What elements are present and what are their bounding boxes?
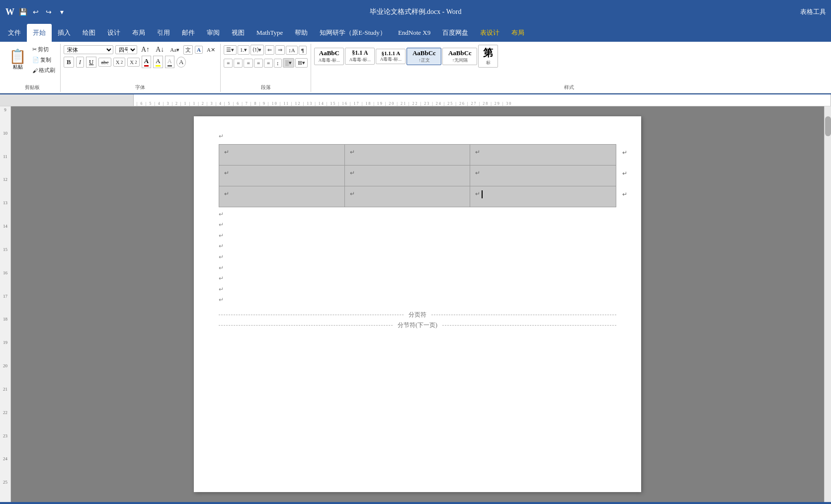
ruler-left-margin: [0, 94, 133, 106]
borders-button[interactable]: ⊞▾: [295, 58, 308, 68]
tab-endnote[interactable]: EndNote X9: [392, 24, 436, 42]
subscript-button[interactable]: X2: [113, 58, 126, 67]
decrease-font-size-button[interactable]: A↓: [154, 45, 166, 55]
word-table[interactable]: [219, 144, 616, 207]
table-cell-2-3[interactable]: [470, 165, 616, 186]
font-name-select[interactable]: 宋体: [64, 45, 113, 54]
document-page[interactable]: ↵: [194, 116, 641, 492]
tab-draw[interactable]: 绘图: [77, 24, 101, 42]
table-cell-1-3[interactable]: [470, 144, 616, 165]
text-shade-button[interactable]: A: [165, 56, 174, 68]
table-cell-2-2[interactable]: [344, 165, 470, 186]
multilevel-list-button[interactable]: ⑴▾: [250, 45, 264, 55]
text-cursor: [482, 190, 483, 198]
ruler-num-10: 10: [3, 130, 7, 153]
bullet-list-button[interactable]: ☰▾: [224, 45, 237, 55]
format-painter-button[interactable]: 🖌 格式刷: [30, 66, 57, 75]
table-tools-label: 表格工具: [800, 7, 826, 16]
clipboard-small-buttons: ✂ 剪切 📄 复制 🖌 格式刷: [30, 45, 57, 75]
customize-icon[interactable]: ▾: [57, 7, 67, 17]
paste-button[interactable]: 📋 粘贴: [7, 49, 28, 72]
show-formatting-button[interactable]: ¶: [299, 46, 307, 55]
tab-layout[interactable]: 布局: [126, 24, 151, 42]
line-spacing-button[interactable]: ↕: [274, 59, 282, 68]
italic-button[interactable]: I: [76, 57, 84, 68]
align-left-button[interactable]: ≡: [224, 59, 233, 68]
change-case-button[interactable]: Aa▾: [168, 46, 181, 54]
table-cell-1-2[interactable]: [344, 144, 470, 165]
ruler-area: | 6 | 5 | 4 | 3 | 2 | 1 | 1 | 2 | 3 | 4 …: [0, 94, 831, 106]
table-cell-1-1[interactable]: [219, 144, 345, 165]
cut-button[interactable]: ✂ 剪切: [30, 45, 57, 54]
style-card-nospacing[interactable]: AaBbCc ↑无间隔: [442, 48, 477, 65]
numbered-list-button[interactable]: 1.▾: [238, 45, 249, 55]
cut-icon: ✂: [32, 46, 37, 53]
left-ruler: 9 10 11 12 13 14 15 16 17 18 19 20 21 22…: [0, 106, 11, 502]
styles-group: AaBbC A毒毒-标... §1.1 A A毒毒-标... §1.1.1 A …: [311, 44, 827, 92]
increase-indent-button[interactable]: ⇒: [275, 45, 285, 55]
text-effects-button[interactable]: A: [195, 46, 203, 54]
clear-format-button[interactable]: A✕: [205, 46, 217, 54]
tab-view[interactable]: 视图: [226, 24, 250, 42]
para-mark-5: ↵: [219, 252, 616, 263]
strikethrough-button[interactable]: abc: [98, 58, 111, 67]
shading-button[interactable]: ░▾: [283, 58, 295, 68]
ribbon: 文件 开始 插入 绘图 设计 布局 引用 邮件 审阅 视图 MathType 帮…: [0, 24, 831, 42]
highlight-color-button[interactable]: A: [153, 56, 163, 68]
tab-design[interactable]: 设计: [101, 24, 126, 42]
table-cell-3-2[interactable]: [344, 186, 470, 207]
style-card-heading11[interactable]: §1.1.1 A A毒毒-标...: [376, 49, 406, 64]
title-bar: W 💾 ↩ ↪ ▾ 毕业论文格式样例.docx - Word 表格工具: [0, 0, 831, 24]
table-cell-3-1[interactable]: [219, 186, 345, 207]
bold-button[interactable]: B: [64, 57, 74, 68]
tab-zhiwang[interactable]: 知网研学（原E-Study）: [314, 24, 392, 42]
redo-icon[interactable]: ↪: [44, 7, 54, 17]
tab-references[interactable]: 引用: [151, 24, 176, 42]
font-size-select[interactable]: 四号: [115, 45, 137, 54]
style-card-heading1[interactable]: §1.1 A A毒毒-标...: [345, 48, 375, 65]
align-right-button[interactable]: ≡: [244, 59, 252, 68]
tab-file[interactable]: 文件: [2, 24, 27, 42]
align-center-button[interactable]: ≡: [234, 59, 243, 68]
undo-icon[interactable]: ↩: [31, 7, 41, 17]
table-cell-2-1[interactable]: [219, 165, 345, 186]
style-card-heading-big[interactable]: 第 标: [478, 45, 498, 68]
tab-tabledesign[interactable]: 表设计: [474, 24, 505, 42]
font-color-button[interactable]: A: [142, 56, 151, 68]
para-mark-top: ↵: [219, 131, 616, 142]
right-scrollbar[interactable]: [824, 106, 831, 502]
ruler-num-20: 20: [3, 362, 7, 386]
table-row-1: [219, 144, 616, 165]
ruler-num-19: 19: [3, 339, 7, 362]
document-area[interactable]: ↵: [11, 106, 824, 502]
phonetic-guide-button[interactable]: 文: [183, 45, 193, 55]
copy-button[interactable]: 📄 复制: [30, 55, 57, 65]
tab-baidu[interactable]: 百度网盘: [436, 24, 474, 42]
tab-mailings[interactable]: 邮件: [176, 24, 201, 42]
para-mark-4: ↵: [219, 241, 616, 252]
tab-mathtype[interactable]: MathType: [250, 24, 289, 42]
tab-insert[interactable]: 插入: [52, 24, 77, 42]
tab-tablelayout[interactable]: 布局: [505, 24, 530, 42]
format-painter-icon: 🖌: [32, 68, 38, 74]
distributed-button[interactable]: ≡: [264, 59, 273, 68]
save-icon[interactable]: 💾: [18, 7, 28, 17]
tab-review[interactable]: 审阅: [201, 24, 226, 42]
table-container: ↵ ↵ ↵: [219, 144, 616, 207]
style-card-normal[interactable]: AaBbC A毒毒-标...: [314, 48, 344, 65]
table-row-2: [219, 165, 616, 186]
paragraph-above-table[interactable]: ↵: [219, 131, 616, 142]
justify-button[interactable]: ≡: [254, 59, 263, 68]
increase-font-size-button[interactable]: A↑: [139, 45, 152, 55]
superscript-button[interactable]: X2: [127, 58, 140, 67]
table-cell-3-3[interactable]: [470, 186, 616, 207]
style-card-body[interactable]: AaBbCc ↑正文: [407, 48, 441, 65]
underline-button[interactable]: U: [86, 57, 96, 68]
ribbon-content-wrapper: 📋 粘贴 ✂ 剪切 📄 复制 🖌 格式刷: [0, 42, 831, 94]
circle-button[interactable]: A: [176, 57, 186, 68]
sort-button[interactable]: ↕A: [286, 46, 297, 55]
para-mark-1: ↵: [219, 209, 616, 220]
tab-home[interactable]: 开始: [27, 24, 52, 42]
decrease-indent-button[interactable]: ⇐: [265, 45, 274, 55]
tab-help[interactable]: 帮助: [289, 24, 314, 42]
